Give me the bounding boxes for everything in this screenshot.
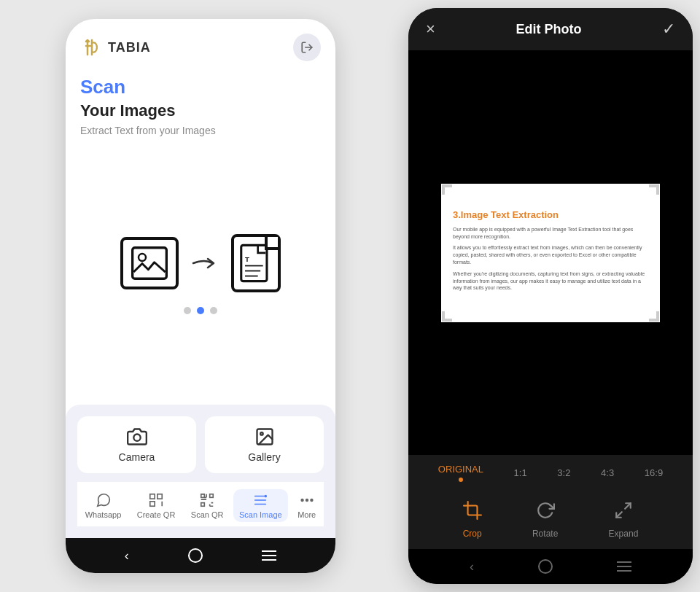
bottom-nav: Whatsapp Create QR <box>77 482 324 526</box>
subtitle-text: Extract Text from your Images <box>80 125 321 136</box>
nav-scan-qr-label: Scan QR <box>191 510 224 519</box>
logo-text: TABIA <box>108 40 151 55</box>
camera-gallery-row: Camera Gallery <box>77 416 324 473</box>
phone-header: TABIA <box>80 34 321 61</box>
svg-point-17 <box>265 496 267 497</box>
tabia-logo-icon <box>80 36 104 59</box>
right-home-button[interactable] <box>538 559 553 574</box>
ratio-3-2-label: 3:2 <box>557 467 570 478</box>
crop-tool[interactable]: Crop <box>463 501 482 539</box>
crop-label: Crop <box>463 529 482 539</box>
svg-point-19 <box>306 499 308 502</box>
svg-point-18 <box>301 499 303 502</box>
home-button[interactable] <box>188 548 203 563</box>
rotate-label: Rotate <box>532 529 558 539</box>
expand-icon <box>614 501 633 524</box>
nav-scan-image[interactable]: Scan Image <box>233 489 288 522</box>
dot-2 <box>197 307 204 314</box>
nav-whatsapp[interactable]: Whatsapp <box>79 489 128 522</box>
nav-more[interactable]: More <box>292 489 322 522</box>
menu-icon[interactable] <box>262 550 276 561</box>
dot-1 <box>184 307 191 314</box>
ratio-3-2[interactable]: 3:2 <box>557 467 570 478</box>
svg-rect-13 <box>150 502 155 506</box>
crop-overlay: 3.Image Text Extraction Our mobile app i… <box>441 184 660 322</box>
left-phone-container: TABIA Scan Your Images Extract Text from… <box>0 0 401 592</box>
doc-body: Our mobile app is equipped with a powerf… <box>453 226 648 292</box>
crop-corner-tl <box>442 184 452 195</box>
close-button[interactable]: × <box>426 20 435 39</box>
right-back-arrow-icon[interactable]: ‹ <box>470 559 474 575</box>
svg-point-8 <box>133 435 140 441</box>
svg-rect-11 <box>150 494 155 499</box>
svg-rect-12 <box>158 494 162 499</box>
logout-button[interactable] <box>293 34 321 61</box>
left-phone-frame: TABIA Scan Your Images Extract Text from… <box>66 19 335 573</box>
ratio-original[interactable]: ORIGINAL <box>438 464 483 482</box>
doc-heading: 3.Image Text Extraction <box>453 209 648 220</box>
nav-whatsapp-label: Whatsapp <box>85 510 122 519</box>
scan-title: Scan <box>80 76 321 98</box>
rotate-tool[interactable]: Rotate <box>532 501 558 539</box>
dot-3 <box>210 307 217 314</box>
expand-label: Expand <box>609 529 639 539</box>
logo-area: TABIA <box>80 36 151 59</box>
ratio-1-1-label: 1:1 <box>514 467 527 478</box>
svg-line-21 <box>625 503 631 509</box>
gallery-label: Gallery <box>248 451 280 463</box>
nav-scan-image-label: Scan Image <box>239 510 282 519</box>
ratio-1-1[interactable]: 1:1 <box>514 467 527 478</box>
doc-para-3: Whether you're digitizing documents, cap… <box>453 270 648 292</box>
ratio-4-3[interactable]: 4:3 <box>601 467 614 478</box>
doc-para-1: Our mobile app is equipped with a powerf… <box>453 226 648 241</box>
camera-label: Camera <box>119 451 155 463</box>
right-phone-frame: × Edit Photo ✓ 3.Image Text Extraction O… <box>408 8 693 584</box>
camera-button[interactable]: Camera <box>77 416 196 473</box>
crop-tools-bar: Crop Rotate <box>408 491 693 549</box>
crop-corner-br <box>649 311 659 322</box>
text-file-icon: T <box>231 234 281 292</box>
document-content: 3.Image Text Extraction Our mobile app i… <box>443 200 658 305</box>
ratio-original-label: ORIGINAL <box>438 464 483 475</box>
image-editing-area: 3.Image Text Extraction Our mobile app i… <box>408 50 693 455</box>
arrow-icon <box>190 253 219 273</box>
svg-rect-1 <box>133 248 167 279</box>
nav-scan-qr[interactable]: Scan QR <box>185 489 230 522</box>
ratio-4-3-label: 4:3 <box>601 467 614 478</box>
svg-rect-16 <box>201 503 205 507</box>
ratio-16-9[interactable]: 16:9 <box>645 467 663 478</box>
illustration-icons: T <box>120 234 281 292</box>
edit-photo-header: × Edit Photo ✓ <box>408 8 693 50</box>
ratio-active-dot <box>459 478 463 482</box>
svg-point-10 <box>260 432 263 435</box>
doc-heading-prefix: 3.Image <box>453 209 491 220</box>
svg-point-20 <box>311 499 313 502</box>
right-menu-icon[interactable] <box>617 561 631 572</box>
crop-icon <box>463 501 482 524</box>
phone-bottom-bar: ‹ <box>66 538 335 573</box>
right-phone-bottom-bar: ‹ <box>408 549 693 584</box>
svg-line-22 <box>616 512 622 518</box>
nav-create-qr[interactable]: Create QR <box>131 489 182 522</box>
bottom-action-area: Camera Gallery Wh <box>66 405 335 538</box>
svg-rect-15 <box>210 494 214 498</box>
pagination-dots <box>184 307 217 314</box>
nav-more-label: More <box>298 510 316 519</box>
rotate-icon <box>536 501 555 524</box>
right-phone-container: × Edit Photo ✓ 3.Image Text Extraction O… <box>401 0 700 592</box>
back-arrow-icon[interactable]: ‹ <box>125 548 129 564</box>
expand-tool[interactable]: Expand <box>609 501 639 539</box>
phone-content: TABIA Scan Your Images Extract Text from… <box>66 19 335 390</box>
confirm-button[interactable]: ✓ <box>662 20 675 39</box>
svg-text:T: T <box>245 255 249 263</box>
doc-para-2: It allows you to effortlessly extract te… <box>453 244 648 265</box>
doc-heading-highlight: Text Extraction <box>491 209 559 220</box>
image-icon <box>120 237 179 289</box>
gallery-button[interactable]: Gallery <box>205 416 324 473</box>
crop-corner-bl <box>442 311 452 322</box>
aspect-ratio-bar: ORIGINAL 1:1 3:2 4:3 16:9 <box>408 455 693 491</box>
illustration-area: T <box>80 158 321 390</box>
your-images-title: Your Images <box>80 101 321 120</box>
crop-corner-tr <box>649 184 659 195</box>
nav-create-qr-label: Create QR <box>137 510 176 519</box>
